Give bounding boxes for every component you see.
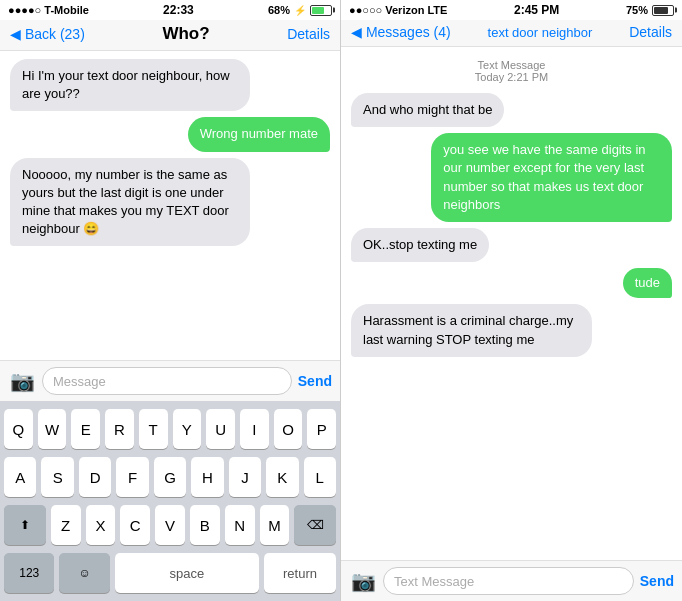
key-d[interactable]: D: [79, 457, 111, 497]
right-details-button[interactable]: Details: [629, 24, 672, 40]
key-b[interactable]: B: [190, 505, 220, 545]
message-bubble: And who might that be: [351, 93, 504, 127]
right-carrier: ●●○○○ Verizon LTE: [349, 4, 447, 16]
key-y[interactable]: Y: [173, 409, 202, 449]
message-text: OK..stop texting me: [363, 237, 477, 252]
left-phone: ●●●●○ T-Mobile 22:33 68% ⚡ ◀ Back (23) W…: [0, 0, 341, 601]
left-back-label: ◀ Back (23): [10, 26, 85, 42]
key-e[interactable]: E: [71, 409, 100, 449]
key-u[interactable]: U: [206, 409, 235, 449]
timestamp-time: Today 2:21 PM: [351, 71, 672, 83]
key-g[interactable]: G: [154, 457, 186, 497]
key-return[interactable]: return: [264, 553, 336, 593]
right-back-label: ◀ Messages (4): [351, 24, 451, 40]
timestamp-type: Text Message: [351, 59, 672, 71]
key-c[interactable]: C: [120, 505, 150, 545]
message-text: Wrong number mate: [200, 126, 318, 141]
keyboard-row-1: Q W E R T Y U I O P: [4, 409, 336, 449]
right-status-left: ●●○○○ Verizon LTE: [349, 4, 447, 16]
right-status-bar: ●●○○○ Verizon LTE 2:45 PM 75%: [341, 0, 682, 20]
key-q[interactable]: Q: [4, 409, 33, 449]
right-camera-icon[interactable]: 📷: [349, 567, 377, 595]
right-message-placeholder: Text Message: [394, 574, 474, 589]
key-n[interactable]: N: [225, 505, 255, 545]
camera-icon[interactable]: 📷: [8, 367, 36, 395]
right-nav-title: text door neighbor: [451, 25, 630, 40]
right-messages-area: Text Message Today 2:21 PM And who might…: [341, 47, 682, 560]
key-i[interactable]: I: [240, 409, 269, 449]
keyboard-row-3: ⬆ Z X C V B N M ⌫: [4, 505, 336, 545]
key-z[interactable]: Z: [51, 505, 81, 545]
table-row: Harassment is a criminal charge..my last…: [351, 304, 672, 356]
key-v[interactable]: V: [155, 505, 185, 545]
left-messages-area: Hi I'm your text door neighbour, how are…: [0, 51, 340, 360]
key-r[interactable]: R: [105, 409, 134, 449]
key-space[interactable]: space: [115, 553, 259, 593]
right-message-input[interactable]: Text Message: [383, 567, 634, 595]
key-w[interactable]: W: [38, 409, 67, 449]
message-bubble: tude: [623, 268, 672, 298]
send-button[interactable]: Send: [298, 373, 332, 389]
keyboard-row-2: A S D F G H J K L: [4, 457, 336, 497]
right-send-button[interactable]: Send: [640, 573, 674, 589]
left-status-right: 68% ⚡: [268, 4, 332, 16]
right-status-right: 75%: [626, 4, 674, 16]
right-battery: [652, 5, 674, 16]
key-t[interactable]: T: [139, 409, 168, 449]
left-status-left: ●●●●○ T-Mobile: [8, 4, 89, 16]
right-nav-bar: ◀ Messages (4) text door neighbor Detail…: [341, 20, 682, 47]
key-l[interactable]: L: [304, 457, 336, 497]
key-delete[interactable]: ⌫: [294, 505, 336, 545]
message-text: Harassment is a criminal charge..my last…: [363, 313, 573, 346]
message-text: Hi I'm your text door neighbour, how are…: [22, 68, 230, 101]
table-row: you see we have the same digits in our n…: [351, 133, 672, 222]
left-status-bar: ●●●●○ T-Mobile 22:33 68% ⚡: [0, 0, 340, 20]
table-row: OK..stop texting me: [351, 228, 672, 262]
left-battery-icon: ⚡: [294, 5, 306, 16]
keyboard: Q W E R T Y U I O P A S D F G H J K L ⬆ …: [0, 401, 340, 601]
left-carrier: ●●●●○ T-Mobile: [8, 4, 89, 16]
right-contact-name: text door neighbor: [488, 25, 593, 40]
key-x[interactable]: X: [86, 505, 116, 545]
left-battery: [310, 5, 332, 16]
table-row: tude: [351, 268, 672, 298]
keyboard-row-bottom: 123 ☺ space return: [4, 553, 336, 593]
left-battery-fill: [312, 7, 324, 14]
key-emoji[interactable]: ☺: [59, 553, 109, 593]
key-numbers[interactable]: 123: [4, 553, 54, 593]
right-battery-pct: 75%: [626, 4, 648, 16]
left-input-area: 📷 Message Send: [0, 360, 340, 401]
message-bubble: Hi I'm your text door neighbour, how are…: [10, 59, 250, 111]
message-text: Nooooo, my number is the same as yours b…: [22, 167, 229, 237]
key-j[interactable]: J: [229, 457, 261, 497]
key-k[interactable]: K: [266, 457, 298, 497]
right-battery-fill: [654, 7, 668, 14]
message-text: you see we have the same digits in our n…: [443, 142, 645, 212]
left-nav-title: Who?: [162, 24, 209, 44]
key-f[interactable]: F: [116, 457, 148, 497]
message-bubble: you see we have the same digits in our n…: [431, 133, 672, 222]
message-input[interactable]: Message: [42, 367, 292, 395]
left-back-button[interactable]: ◀ Back (23): [10, 26, 85, 42]
right-back-button[interactable]: ◀ Messages (4): [351, 24, 451, 40]
right-input-area: 📷 Text Message Send: [341, 560, 682, 601]
key-s[interactable]: S: [41, 457, 73, 497]
table-row: Wrong number mate: [10, 117, 330, 151]
message-text: tude: [635, 275, 660, 290]
table-row: Hi I'm your text door neighbour, how are…: [10, 59, 330, 111]
key-a[interactable]: A: [4, 457, 36, 497]
message-text: And who might that be: [363, 102, 492, 117]
message-bubble: Nooooo, my number is the same as yours b…: [10, 158, 250, 247]
message-bubble: Wrong number mate: [188, 117, 330, 151]
right-time: 2:45 PM: [514, 3, 559, 17]
key-p[interactable]: P: [307, 409, 336, 449]
right-phone: ●●○○○ Verizon LTE 2:45 PM 75% ◀ Messages…: [341, 0, 682, 601]
left-nav-bar: ◀ Back (23) Who? Details: [0, 20, 340, 51]
key-m[interactable]: M: [260, 505, 290, 545]
message-timestamp: Text Message Today 2:21 PM: [351, 59, 672, 83]
message-placeholder: Message: [53, 374, 106, 389]
key-h[interactable]: H: [191, 457, 223, 497]
key-o[interactable]: O: [274, 409, 303, 449]
key-shift[interactable]: ⬆: [4, 505, 46, 545]
left-details-button[interactable]: Details: [287, 26, 330, 42]
